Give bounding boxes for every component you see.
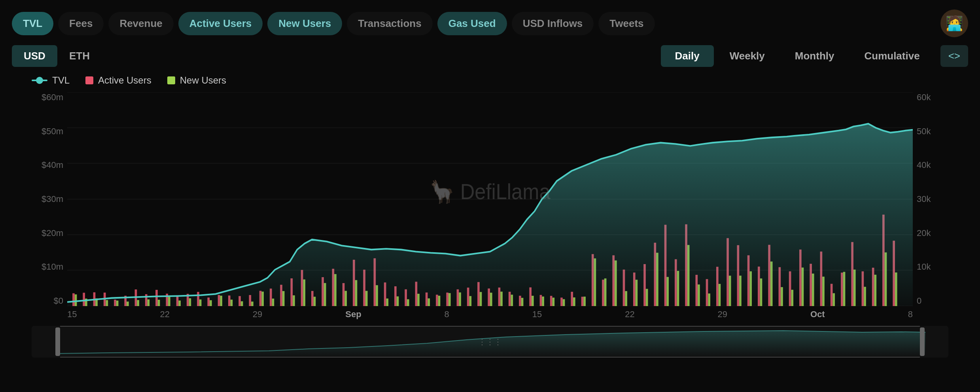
range-drag-icon: ⋮⋮⋮ <box>478 337 502 346</box>
range-selector[interactable]: ⋮⋮⋮ <box>32 326 948 358</box>
user-avatar[interactable]: 🧑‍💻 <box>940 10 968 37</box>
period-group: DailyWeeklyMonthlyCumulative <> <box>661 45 968 67</box>
legend-tvl-label: TVL <box>52 75 70 86</box>
period-btn-weekly[interactable]: Weekly <box>715 45 779 67</box>
x-axis-label: 29 <box>718 309 727 320</box>
sub-controls: USD ETH DailyWeeklyMonthlyCumulative <> <box>0 45 980 75</box>
nav-tab-transactions[interactable]: Transactions <box>347 12 432 35</box>
x-axis-label: 15 <box>532 309 542 320</box>
chart-svg: 🦙 DefiLlama <box>67 92 913 306</box>
y-axis-right-label: 50k <box>917 126 948 137</box>
x-axis-label: Oct <box>810 309 825 320</box>
legend-active-users-label: Active Users <box>98 75 151 86</box>
x-axis-label: 29 <box>253 309 262 320</box>
chart-container: $60m$50m$40m$30m$20m$10m$0 60k50k40k30k2… <box>0 92 980 322</box>
legend-new-users: New Users <box>167 75 226 86</box>
chart-legend: TVL Active Users New Users <box>0 75 980 92</box>
x-axis-label: 8 <box>908 309 913 320</box>
legend-active-users: Active Users <box>85 75 151 86</box>
currency-group: USD ETH <box>12 45 102 67</box>
period-btn-cumulative[interactable]: Cumulative <box>850 45 934 67</box>
nav-tab-active-users[interactable]: Active Users <box>178 12 263 35</box>
y-axis-right: 60k50k40k30k20k10k0 <box>913 92 948 322</box>
y-axis-right-label: 0 <box>917 296 948 306</box>
range-left-handle[interactable] <box>55 327 60 356</box>
legend-new-users-label: New Users <box>180 75 226 86</box>
x-axis-label: 22 <box>160 309 169 320</box>
y-axis-left-label: $30m <box>32 194 63 204</box>
embed-code-button[interactable]: <> <box>940 45 968 67</box>
y-axis-left-label: $50m <box>32 126 63 137</box>
x-axis: 152229Sep8152229Oct8 <box>67 306 913 322</box>
x-axis-label: 8 <box>445 309 449 320</box>
currency-usd-button[interactable]: USD <box>12 45 57 67</box>
range-right-handle[interactable] <box>920 327 925 356</box>
x-axis-label: Sep <box>345 309 361 320</box>
y-axis-right-label: 20k <box>917 228 948 238</box>
nav-tab-new-users[interactable]: New Users <box>267 12 342 35</box>
x-axis-label: 15 <box>67 309 77 320</box>
nav-tab-fees[interactable]: Fees <box>58 12 104 35</box>
nav-tab-gas-used[interactable]: Gas Used <box>437 12 507 35</box>
nav-tab-tweets[interactable]: Tweets <box>598 12 655 35</box>
chart-inner: $60m$50m$40m$30m$20m$10m$0 60k50k40k30k2… <box>32 92 948 322</box>
y-axis-right-label: 60k <box>917 92 948 103</box>
y-axis-left-label: $0 <box>32 296 63 306</box>
y-axis-right-label: 40k <box>917 160 948 170</box>
y-axis-left-label: $40m <box>32 160 63 170</box>
y-axis-left-label: $10m <box>32 262 63 272</box>
y-axis-left-label: $20m <box>32 228 63 238</box>
y-axis-left: $60m$50m$40m$30m$20m$10m$0 <box>32 92 67 322</box>
nav-tab-tvl[interactable]: TVL <box>12 12 53 35</box>
period-btn-daily[interactable]: Daily <box>661 45 714 67</box>
top-navigation: TVLFeesRevenueActive UsersNew UsersTrans… <box>0 0 980 45</box>
period-btn-monthly[interactable]: Monthly <box>781 45 849 67</box>
svg-text:🦙 DefiLlama: 🦙 DefiLlama <box>429 179 551 205</box>
nav-tab-usd-inflows[interactable]: USD Inflows <box>512 12 594 35</box>
y-axis-right-label: 10k <box>917 262 948 272</box>
legend-tvl: TVL <box>32 75 70 86</box>
currency-eth-button[interactable]: ETH <box>57 45 102 67</box>
nav-tab-revenue[interactable]: Revenue <box>108 12 173 35</box>
y-axis-left-label: $60m <box>32 92 63 103</box>
y-axis-right-label: 30k <box>917 194 948 204</box>
x-axis-label: 22 <box>625 309 634 320</box>
